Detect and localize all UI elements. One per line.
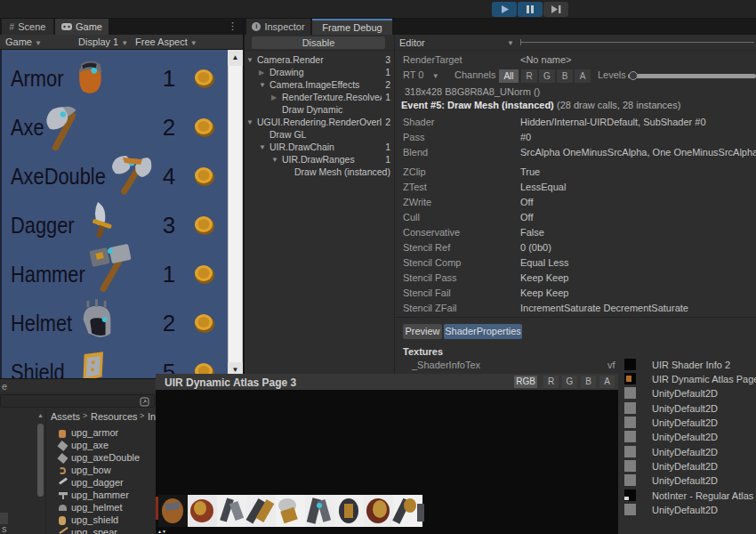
texture-thumb — [624, 387, 636, 399]
preview-button[interactable]: Preview — [403, 324, 442, 339]
asset-item[interactable]: upg_spear — [71, 527, 117, 534]
channel-r-button[interactable]: R — [521, 69, 537, 83]
project-pane: e s ▲ Assets > Resources > In upg_armor … — [0, 378, 156, 534]
target-dropdown[interactable]: Editor — [399, 37, 425, 48]
game-scrollbar[interactable]: ▲ ▼ — [228, 50, 243, 378]
asset-icon — [59, 467, 66, 474]
tree-row[interactable]: ▶Drawing1 — [245, 66, 394, 78]
channel-all-button[interactable]: All — [499, 69, 519, 83]
texture-name[interactable]: UIR Dynamic Atlas Page — [652, 374, 756, 384]
texture-name[interactable]: UnityDefault2D — [652, 417, 718, 428]
gamepad-icon — [61, 23, 72, 30]
atlas-b-button[interactable]: B — [581, 376, 596, 388]
tree-scrollbar-thumb[interactable] — [37, 424, 44, 497]
levels-slider-knob[interactable] — [629, 71, 638, 80]
project-header-partial: e — [2, 381, 7, 392]
texture-name[interactable]: UnityDefault2D — [652, 432, 718, 442]
tab-game[interactable]: Game — [55, 19, 109, 35]
tree-row[interactable]: Draw Dynamic — [245, 103, 394, 116]
game-mode-dropdown[interactable]: Game ▼ — [5, 36, 42, 47]
play-button[interactable] — [492, 2, 517, 17]
texture-name[interactable]: UIR Shader Info 2 — [652, 360, 730, 370]
aspect-dropdown[interactable]: Free Aspect ▼ — [135, 36, 197, 47]
atlas-r-button[interactable]: R — [543, 376, 559, 388]
asset-item[interactable]: upg_hammer — [71, 490, 129, 500]
tree-row[interactable]: ▶RenderTexture.ResolveA/1 — [245, 91, 394, 103]
texture-thumb — [624, 417, 636, 428]
tree-row[interactable]: ▼UIR.DrawRanges1 — [245, 153, 394, 166]
shield-icon — [68, 351, 117, 378]
asset-item[interactable]: upg_axe — [71, 440, 109, 450]
tree-row[interactable]: Draw GL — [245, 128, 394, 141]
texture-name[interactable]: UnityDefault2D — [652, 388, 718, 399]
pause-icon — [518, 2, 543, 17]
tree-row[interactable]: ▼UGUI.Rendering.RenderOverla2 — [245, 116, 394, 128]
levels-slider[interactable] — [628, 74, 756, 78]
texture-name[interactable]: UnityDefault2D — [652, 505, 718, 515]
rt-dropdown[interactable]: RT 0 ▼ — [403, 69, 439, 80]
texture-name[interactable]: UnityDefault2D — [652, 447, 718, 457]
texture-thumb — [624, 402, 636, 414]
display-dropdown[interactable]: Display 1 ▼ — [78, 36, 128, 47]
pause-button[interactable] — [518, 2, 543, 17]
dagger-icon — [82, 198, 119, 243]
tree-scroll-up-icon[interactable]: ▲ — [37, 412, 44, 418]
atlas-g-button[interactable]: G — [562, 376, 577, 388]
atlas-window: UIR Dynamic Atlas Page 3 RGB R G B A — [156, 374, 618, 534]
atlas-a-button[interactable]: A — [599, 376, 615, 388]
coin-icon — [193, 68, 216, 89]
asset-item[interactable]: upg_dagger — [71, 477, 124, 488]
breadcrumb-assets[interactable]: Assets — [51, 411, 80, 422]
tree-row[interactable]: ▼UIR.DrawChain1 — [245, 141, 394, 153]
asset-item[interactable]: upg_bow — [71, 465, 111, 475]
texture-name[interactable]: UnityDefault2D — [652, 403, 718, 414]
breadcrumb-resources[interactable]: Resources — [91, 411, 138, 422]
coin-icon — [193, 312, 216, 334]
coin-icon — [193, 214, 216, 236]
project-search-field[interactable] — [0, 394, 155, 408]
tree-row[interactable]: ▼Camera.ImageEffects2 — [245, 78, 394, 91]
asset-item[interactable]: upg_shield — [71, 514, 118, 525]
tab-frame-debug[interactable]: Frame Debug — [312, 19, 392, 35]
scrollbar-thumb[interactable] — [229, 66, 242, 362]
maximize-icon[interactable] — [140, 397, 149, 407]
textures-header: Textures — [403, 346, 443, 357]
breadcrumb-folder[interactable]: In — [148, 411, 156, 422]
armor-icon — [71, 56, 109, 97]
asset-list: upg_armor upg_axe upg_axeDouble upg_bow … — [47, 427, 156, 534]
tab-inspector[interactable]: i Inspector — [246, 19, 310, 35]
texture-thumb — [624, 504, 636, 515]
channel-a-button[interactable]: A — [575, 69, 591, 83]
tree-row[interactable]: ▼Camera.Render3 — [245, 53, 394, 66]
item-label: Dagger — [11, 212, 75, 239]
coin-icon — [193, 117, 216, 138]
render-target-value: <No name> — [520, 54, 571, 65]
texture-name[interactable]: UnityDefault2D — [652, 475, 718, 486]
atlas-scroll-icons[interactable]: ▲▼ — [157, 529, 166, 534]
atlas-rgb-button[interactable]: RGB — [514, 376, 537, 388]
step-icon — [543, 2, 568, 17]
render-target-label: RenderTarget — [403, 54, 462, 65]
coin-icon — [193, 263, 216, 285]
texture-name[interactable]: NotInter - Regular Atlas — [652, 490, 753, 501]
game-pane-menu-icon[interactable]: ⋮ — [228, 20, 237, 32]
play-icon — [492, 2, 517, 17]
event-stats: (28 draw calls, 28 instances) — [557, 100, 680, 110]
channel-b-button[interactable]: B — [557, 69, 573, 83]
asset-item[interactable]: upg_axeDouble — [71, 452, 140, 463]
disable-button[interactable]: Disable — [252, 36, 385, 49]
step-button[interactable] — [543, 2, 568, 17]
texture-name[interactable]: UnityDefault2D — [652, 461, 718, 472]
scroll-up-icon[interactable]: ▲ — [228, 50, 243, 66]
status-chip — [0, 513, 8, 524]
event-slider[interactable] — [520, 42, 754, 43]
asset-item[interactable]: upg_helmet — [71, 502, 123, 513]
tab-scene[interactable]: # Scene — [2, 19, 53, 35]
channel-g-button[interactable]: G — [539, 69, 555, 83]
item-count: 2 — [151, 310, 187, 337]
asset-icon — [57, 453, 68, 464]
shader-properties-button[interactable]: ShaderProperties — [444, 324, 522, 339]
tree-row[interactable]: Draw Mesh (instanced) — [245, 166, 394, 178]
frame-debug-toolbar: Disable Editor ▼ — [245, 35, 756, 51]
asset-item[interactable]: upg_armor — [71, 427, 118, 438]
